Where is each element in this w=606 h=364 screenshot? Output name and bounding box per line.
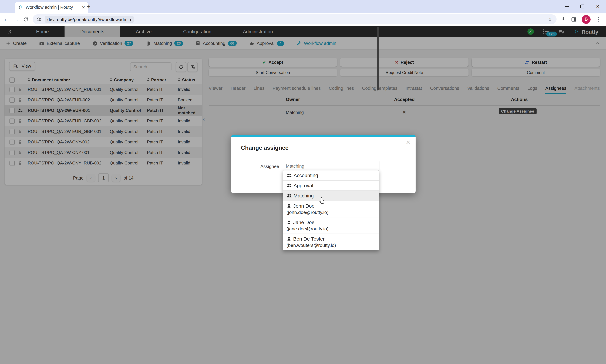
option-name: Jane Doe bbox=[293, 220, 314, 225]
reload-icon[interactable] bbox=[23, 17, 28, 22]
option-name: Accounting bbox=[294, 172, 318, 178]
assignee-option-john-doe[interactable]: John Doe(john.doe@routty.io) bbox=[283, 201, 379, 217]
option-email: (ben.wouters@routty.io) bbox=[286, 243, 375, 248]
option-name: Approval bbox=[294, 183, 313, 188]
option-email: (jane.doe@routty.io) bbox=[286, 226, 375, 232]
assignee-option-accounting[interactable]: Accounting bbox=[283, 170, 379, 180]
people-icon bbox=[286, 183, 292, 188]
tab-title: Workflow admin | Routty bbox=[26, 5, 79, 10]
download-icon[interactable] bbox=[561, 17, 566, 22]
window-close-icon[interactable]: ✕ bbox=[596, 4, 600, 9]
assignee-input[interactable] bbox=[283, 161, 379, 171]
assignee-option-matching[interactable]: Matching bbox=[283, 190, 379, 201]
routty-favicon-icon bbox=[18, 4, 23, 10]
address-bar[interactable]: dev.routty.be/portal/routty/#workflowadm… bbox=[33, 14, 556, 24]
person-icon bbox=[286, 203, 291, 208]
option-email: (john.doe@routty.io) bbox=[286, 210, 375, 215]
option-name: Ben De Tester bbox=[293, 236, 324, 242]
url-text: dev.routty.be/portal/routty/#workflowadm… bbox=[45, 16, 133, 23]
option-name: Matching bbox=[294, 193, 314, 198]
tab-close-icon[interactable]: ✕ bbox=[82, 5, 85, 9]
screen: Workflow admin | Routty ✕ + ✕ ← → dev.ro… bbox=[0, 0, 606, 364]
window-restore-icon[interactable] bbox=[580, 4, 584, 8]
people-icon bbox=[286, 193, 292, 198]
window-minimize-icon[interactable] bbox=[565, 6, 569, 6]
profile-avatar[interactable]: B bbox=[582, 15, 591, 24]
forward-icon[interactable]: → bbox=[13, 16, 19, 22]
option-name: John Doe bbox=[293, 203, 314, 209]
menu-icon[interactable]: ⋮ bbox=[596, 16, 601, 22]
assignee-option-approval[interactable]: Approval bbox=[283, 180, 379, 190]
modal-title: Change assignee bbox=[241, 144, 288, 151]
browser-titlebar: Workflow admin | Routty ✕ + ✕ bbox=[0, 0, 606, 13]
browser-urlbar: ← → dev.routty.be/portal/routty/#workflo… bbox=[0, 13, 606, 26]
dropdown-scrollbar[interactable] bbox=[377, 27, 379, 91]
app-viewport: HomeDocumentsArchiveConfigurationAdminis… bbox=[0, 26, 606, 364]
assignee-field-label: Assignee bbox=[231, 164, 279, 169]
star-icon[interactable]: ☆ bbox=[548, 16, 552, 22]
tune-icon bbox=[37, 17, 42, 22]
people-icon bbox=[286, 173, 292, 178]
person-icon bbox=[286, 236, 291, 241]
assignee-option-jane-doe[interactable]: Jane Doe(jane.doe@routty.io) bbox=[283, 217, 379, 234]
assignee-dropdown: AccountingApprovalMatchingJohn Doe(john.… bbox=[283, 170, 379, 250]
side-panel-icon[interactable] bbox=[571, 17, 577, 22]
close-icon[interactable]: ✕ bbox=[406, 139, 411, 146]
assignee-option-ben-de-tester[interactable]: Ben De Tester(ben.wouters@routty.io) bbox=[283, 234, 379, 250]
person-icon bbox=[286, 220, 291, 225]
hand-cursor-icon bbox=[318, 197, 326, 206]
browser-tab[interactable]: Workflow admin | Routty ✕ bbox=[15, 2, 88, 13]
new-tab-button[interactable]: + bbox=[87, 3, 90, 10]
back-icon[interactable]: ← bbox=[3, 16, 9, 22]
